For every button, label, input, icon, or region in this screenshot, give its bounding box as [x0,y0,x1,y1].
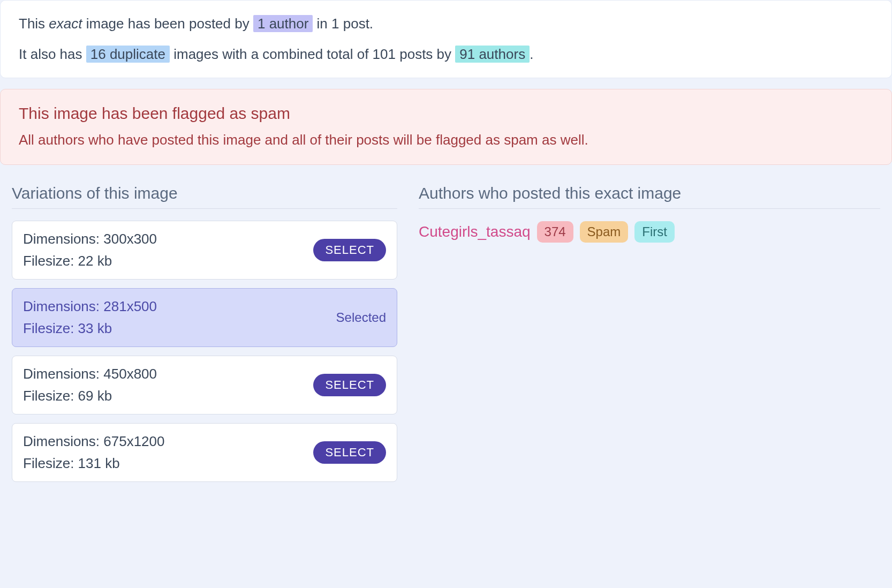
info-text: It also has [19,46,86,62]
variation-info: Dimensions: 675x1200Filesize: 131 kb [23,431,165,474]
image-info-box: This exact image has been posted by 1 au… [0,0,892,78]
info-line-2: It also has 16 duplicate images with a c… [19,44,873,65]
author-post-count-badge: 374 [537,221,573,243]
variation-filesize: Filesize: 33 kb [23,318,157,339]
info-text: . [530,46,533,62]
variations-heading: Variations of this image [12,181,397,209]
variation-filesize: Filesize: 22 kb [23,251,157,272]
alert-title: This image has been flagged as spam [19,101,873,125]
authors-count-tag[interactable]: 91 authors [455,46,530,63]
variation-filesize: Filesize: 69 kb [23,386,157,406]
variation-dimensions: Dimensions: 675x1200 [23,431,165,452]
variation-filesize: Filesize: 131 kb [23,453,165,474]
info-line-1: This exact image has been posted by 1 au… [19,13,873,34]
select-button[interactable]: SELECT [313,239,386,261]
duplicate-count-tag[interactable]: 16 duplicate [86,46,170,63]
select-button[interactable]: SELECT [313,441,386,464]
variation-dimensions: Dimensions: 300x300 [23,229,157,250]
variation-card[interactable]: Dimensions: 300x300Filesize: 22 kbSELECT [12,221,397,280]
spam-badge: Spam [580,221,629,243]
info-text: This [19,16,49,32]
info-text: image has been posted by [82,16,253,32]
authors-section: Authors who posted this exact image Cute… [419,181,880,491]
variation-info: Dimensions: 450x800Filesize: 69 kb [23,364,157,406]
selected-label: Selected [336,308,386,327]
authors-list: Cutegirls_tassaq374SpamFirst [419,221,880,243]
info-text: images with a combined total of 101 post… [170,46,455,62]
spam-alert-box: This image has been flagged as spam All … [0,89,892,165]
info-text: in 1 post. [313,16,373,32]
alert-body: All authors who have posted this image a… [19,130,873,150]
select-button[interactable]: SELECT [313,374,386,396]
variations-list: Dimensions: 300x300Filesize: 22 kbSELECT… [12,221,397,482]
author-count-tag[interactable]: 1 author [253,15,313,32]
authors-heading: Authors who posted this exact image [419,181,880,209]
info-exact-word: exact [49,16,82,32]
variations-section: Variations of this image Dimensions: 300… [12,181,397,491]
first-badge: First [634,221,675,243]
author-row: Cutegirls_tassaq374SpamFirst [419,221,880,243]
variation-card[interactable]: Dimensions: 450x800Filesize: 69 kbSELECT [12,356,397,414]
variation-dimensions: Dimensions: 450x800 [23,364,157,385]
variation-info: Dimensions: 281x500Filesize: 33 kb [23,296,157,339]
variation-dimensions: Dimensions: 281x500 [23,296,157,317]
variation-info: Dimensions: 300x300Filesize: 22 kb [23,229,157,272]
variation-card[interactable]: Dimensions: 675x1200Filesize: 131 kbSELE… [12,423,397,482]
author-name-link[interactable]: Cutegirls_tassaq [419,221,531,243]
variation-card[interactable]: Dimensions: 281x500Filesize: 33 kbSelect… [12,288,397,347]
